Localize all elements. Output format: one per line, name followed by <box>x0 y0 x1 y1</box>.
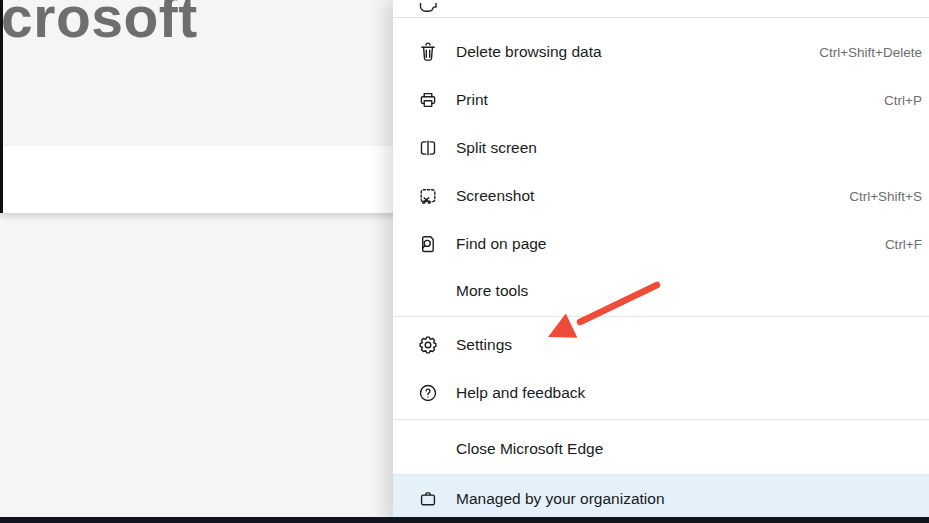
background-page-partial-logo-text: crosoft <box>1 0 198 50</box>
menu-item-label: Screenshot <box>456 187 534 205</box>
find-on-page-icon <box>418 234 438 254</box>
split-screen-icon <box>418 138 438 158</box>
menu-separator <box>393 419 929 420</box>
menu-item-shortcut: Ctrl+F <box>885 237 922 252</box>
menu-item-print[interactable]: Print Ctrl+P <box>393 76 929 124</box>
menu-item-split-screen[interactable]: Split screen <box>393 124 929 172</box>
screenshot-bottom-border <box>0 517 929 523</box>
menu-item-label: Split screen <box>456 139 537 157</box>
menu-item-more-tools[interactable]: More tools <box>393 268 929 314</box>
menu-item-label: Managed by your organization <box>456 490 665 508</box>
screenshot-icon <box>418 186 438 206</box>
printer-icon <box>418 90 438 110</box>
menu-separator <box>393 316 929 317</box>
edge-browser-menu: Delete browsing data Ctrl+Shift+Delete P… <box>393 0 929 523</box>
menu-item-label: Find on page <box>456 235 547 253</box>
menu-item-shortcut: Ctrl+Shift+S <box>849 189 922 204</box>
briefcase-icon <box>418 489 438 509</box>
menu-item-partial-top[interactable] <box>393 0 929 16</box>
menu-item-settings[interactable]: Settings <box>393 321 929 369</box>
menu-item-help-and-feedback[interactable]: Help and feedback <box>393 369 929 417</box>
menu-item-label: Settings <box>456 336 512 354</box>
menu-item-managed-by-organization[interactable]: Managed by your organization <box>393 475 929 523</box>
menu-item-label: More tools <box>456 282 528 300</box>
menu-item-label: Help and feedback <box>456 384 585 402</box>
menu-item-label: Close Microsoft Edge <box>456 440 603 458</box>
help-question-icon <box>418 383 438 403</box>
menu-item-shortcut: Ctrl+Shift+Delete <box>819 45 922 60</box>
menu-item-label: Print <box>456 91 488 109</box>
menu-item-find-on-page[interactable]: Find on page Ctrl+F <box>393 220 929 268</box>
menu-item-label: Delete browsing data <box>456 43 602 61</box>
settings-gear-icon <box>418 335 438 355</box>
menu-item-screenshot[interactable]: Screenshot Ctrl+Shift+S <box>393 172 929 220</box>
menu-item-close-microsoft-edge[interactable]: Close Microsoft Edge <box>393 425 929 473</box>
delete-trash-icon <box>418 42 438 62</box>
menu-item-delete-browsing-data[interactable]: Delete browsing data Ctrl+Shift+Delete <box>393 28 929 76</box>
menu-separator <box>393 17 929 18</box>
background-page-left-border <box>0 0 3 213</box>
menu-item-shortcut: Ctrl+P <box>884 93 922 108</box>
